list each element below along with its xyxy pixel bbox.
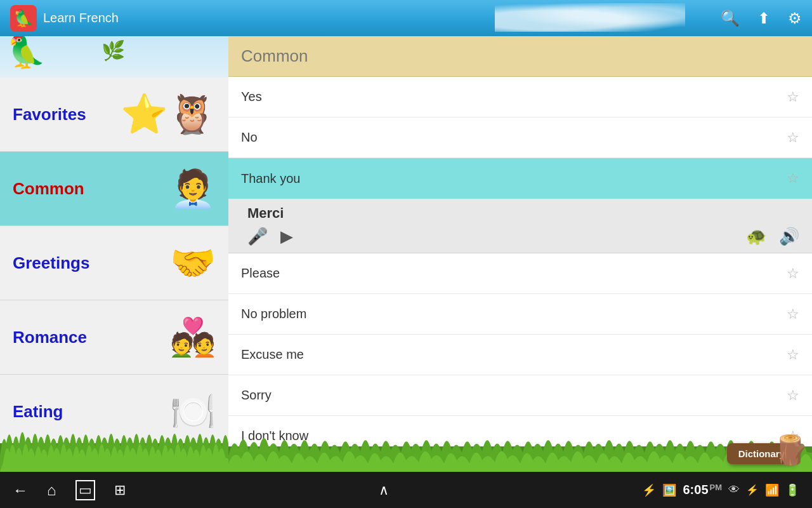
star-icon-yes[interactable]: ☆ (787, 89, 799, 105)
status-time: 6:05PM (683, 483, 722, 497)
sidebar: 🦜 🌿 Favorites ⭐🦉 Common 🧑‍💼 Greetings 🤝 … (0, 36, 228, 508)
phrase-row-sorry[interactable]: Sorry ☆ (228, 375, 812, 416)
app-title: Learn French (43, 11, 721, 25)
wifi-icon: 📶 (765, 483, 779, 497)
leaf-decoration: 🌿 (102, 39, 125, 62)
nav-left: ← ⌂ ▭ ⊞ (13, 480, 126, 500)
translation-controls: 🎤 ▶ 🐢 🔊 (247, 227, 799, 246)
sidebar-top-decoration: 🦜 🌿 (0, 36, 228, 77)
phrase-row-excuse-me[interactable]: Excuse me ☆ (228, 335, 812, 375)
favorites-character: ⭐🦉 (121, 95, 216, 133)
play-icon[interactable]: ▶ (280, 227, 293, 246)
romance-character: 💑 (170, 319, 216, 356)
star-icon-thank-you[interactable]: ☆ (787, 170, 799, 187)
section-header: Common (228, 36, 812, 77)
sidebar-item-romance[interactable]: Romance 💑 (0, 300, 228, 375)
sidebar-grass (0, 418, 228, 472)
phrase-text-excuse-me: Excuse me (241, 347, 787, 362)
phrase-row-dont-know[interactable]: I don't know ☆ (228, 416, 812, 457)
app-icon: 🦜 (10, 5, 37, 32)
phrase-text-no: No (241, 130, 787, 145)
microphone-icon[interactable]: 🎤 (247, 227, 268, 246)
usb-icon: ⚡ (642, 483, 656, 497)
common-label: Common (13, 179, 170, 199)
status-bar: ← ⌂ ▭ ⊞ ∧ ⚡ 🖼️ 6:05PM 👁 ⚡ 📶 🔋 (0, 472, 812, 508)
phrase-row-no[interactable]: No ☆ (228, 117, 812, 158)
sidebar-item-common[interactable]: Common 🧑‍💼 (0, 152, 228, 226)
volume-icon[interactable]: 🔊 (779, 227, 799, 246)
turtle-icon[interactable]: 🐢 (746, 227, 766, 246)
phrase-text-please: Please (241, 266, 787, 281)
phrase-text-thank-you: Thank you (241, 171, 787, 186)
sidebar-item-greetings[interactable]: Greetings 🤝 (0, 226, 228, 300)
phrase-text-sorry: Sorry (241, 388, 787, 403)
common-character: 🧑‍💼 (170, 170, 216, 207)
phrase-row-yes[interactable]: Yes ☆ (228, 77, 812, 117)
translation-panel: Merci 🎤 ▶ 🐢 🔊 (228, 199, 812, 253)
star-icon-sorry[interactable]: ☆ (787, 387, 799, 404)
topbar: 🦜 Learn French 🔍 ⬆ ⚙ (0, 0, 812, 36)
favorites-label: Favorites (13, 105, 121, 124)
eye-icon: 👁 (728, 483, 740, 497)
settings-icon[interactable]: ⚙ (788, 10, 802, 27)
greetings-character: 🤝 (170, 244, 216, 281)
phrase-list: Yes ☆ No ☆ Thank you ☆ Merci 🎤 ▶ (228, 77, 812, 508)
translation-text: Merci (247, 205, 799, 222)
share-icon[interactable]: ⬆ (757, 10, 770, 27)
nav-center: ∧ (126, 482, 643, 498)
home-button[interactable]: ⌂ (47, 481, 56, 499)
phrase-text-yes: Yes (241, 90, 787, 104)
bluetooth-icon: ⚡ (746, 484, 759, 496)
phrase-row-thank-you[interactable]: Thank you ☆ (228, 158, 812, 199)
top-actions: 🔍 ⬆ ⚙ (721, 10, 802, 27)
qr-button[interactable]: ⊞ (114, 482, 126, 498)
parrot-decoration: 🦜 (6, 36, 46, 70)
star-icon-no[interactable]: ☆ (787, 130, 799, 146)
greetings-label: Greetings (13, 253, 170, 273)
star-icon-no-problem[interactable]: ☆ (787, 306, 799, 323)
star-icon-please[interactable]: ☆ (787, 265, 799, 282)
gallery-icon: 🖼️ (662, 483, 676, 497)
phrase-row-no-problem[interactable]: No problem ☆ (228, 294, 812, 335)
phrase-text-no-problem: No problem (241, 307, 787, 321)
sidebar-item-favorites[interactable]: Favorites ⭐🦉 (0, 77, 228, 152)
phrase-row-please[interactable]: Please ☆ (228, 253, 812, 294)
phrase-text-dont-know: I don't know (241, 429, 787, 443)
star-icon-excuse-me[interactable]: ☆ (787, 347, 799, 363)
recents-button[interactable]: ▭ (75, 480, 95, 500)
search-icon[interactable]: 🔍 (721, 10, 740, 27)
status-right: ⚡ 🖼️ 6:05PM 👁 ⚡ 📶 🔋 (642, 483, 799, 497)
battery-icon: 🔋 (785, 483, 799, 497)
content-area: Common Yes ☆ No ☆ Thank you ☆ Merci (228, 36, 812, 508)
star-icon-dont-know[interactable]: ☆ (787, 428, 799, 444)
romance-label: Romance (13, 328, 170, 347)
center-arrow[interactable]: ∧ (379, 482, 389, 498)
back-button[interactable]: ← (13, 481, 28, 499)
